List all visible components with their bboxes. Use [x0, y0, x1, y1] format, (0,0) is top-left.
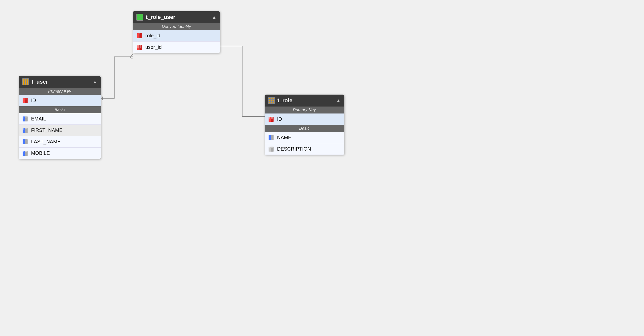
basic-icon-t_user-firstname — [22, 127, 28, 134]
section-header-t_role-pk: Primary Key — [264, 106, 344, 113]
svg-line-1 — [130, 57, 133, 59]
field-row-t_user-email[interactable]: EMAIL — [19, 113, 100, 125]
svg-rect-25 — [137, 46, 139, 47]
svg-rect-56 — [25, 140, 27, 140]
field-name-t_user-email: EMAIL — [31, 116, 46, 122]
basic-icon-t_user-mobile — [22, 150, 28, 156]
field-row-t_user-firstname[interactable]: FIRST_NAME — [19, 125, 100, 136]
basic-icon-t_role-name — [268, 134, 274, 141]
svg-rect-50 — [23, 129, 24, 130]
svg-rect-69 — [269, 118, 270, 119]
svg-rect-33 — [23, 99, 24, 99]
svg-rect-43 — [23, 118, 24, 118]
svg-rect-27 — [137, 47, 139, 48]
table-header-t_role: t_role ▲ — [264, 95, 344, 106]
svg-rect-34 — [25, 99, 27, 99]
field-row-t_role-id[interactable]: ID — [264, 113, 344, 125]
table-t_user[interactable]: t_user ▲ Primary Key ID Basic — [19, 76, 100, 159]
svg-rect-23 — [137, 45, 139, 46]
svg-rect-16 — [140, 35, 141, 35]
table-icon-t_user — [22, 78, 29, 85]
collapse-icon-t_role[interactable]: ▲ — [336, 98, 341, 103]
table-name-t_role: t_role — [278, 97, 292, 104]
svg-rect-75 — [269, 136, 270, 136]
svg-rect-17 — [137, 36, 139, 36]
table-name-t_role_user: t_role_user — [146, 14, 176, 21]
table-name-t_user: t_user — [32, 79, 48, 85]
svg-rect-81 — [269, 147, 270, 147]
field-name-user_id: user_id — [145, 44, 162, 50]
svg-rect-35 — [23, 100, 24, 100]
field-row-t_role-name[interactable]: NAME — [264, 132, 344, 143]
svg-rect-48 — [23, 128, 24, 129]
svg-rect-67 — [269, 117, 270, 118]
table-header-t_user: t_user ▲ — [19, 76, 100, 88]
svg-rect-14 — [140, 34, 141, 34]
section-header-t_user-pk: Primary Key — [19, 88, 100, 95]
svg-rect-18 — [140, 36, 141, 36]
field-name-t_user-firstname: FIRST_NAME — [31, 127, 62, 133]
svg-rect-61 — [23, 151, 24, 152]
svg-rect-36 — [25, 100, 27, 100]
svg-line-0 — [130, 54, 133, 57]
field-row-user_id[interactable]: user_id — [133, 42, 220, 53]
section-header-t_user-basic: Basic — [19, 106, 100, 113]
svg-rect-70 — [271, 118, 273, 119]
field-name-t_role-name: NAME — [277, 135, 292, 140]
pk-icon-t_role-id — [268, 116, 274, 122]
field-name-t_user-id: ID — [31, 98, 36, 103]
section-header-t_role-basic: Basic — [264, 125, 344, 132]
basic-icon-t_user-email — [22, 116, 28, 122]
svg-rect-26 — [140, 46, 141, 47]
field-name-t_user-mobile: MOBILE — [31, 150, 50, 156]
table-t_role[interactable]: t_role ▲ Primary Key ID Basic — [264, 95, 344, 155]
table-icon-t_role_user — [136, 14, 143, 21]
collapse-icon-t_role_user[interactable]: ▲ — [212, 15, 216, 20]
svg-rect-13 — [137, 34, 139, 34]
table-t_role_user[interactable]: t_role_user ▲ Derived Identity — [133, 11, 220, 53]
table-icon-t_role — [268, 97, 275, 104]
svg-rect-62 — [25, 151, 27, 152]
field-name-role_id: role_id — [145, 33, 160, 39]
field-name-t_role-id: ID — [277, 116, 282, 122]
field-name-t_user-lastname: LAST_NAME — [31, 139, 60, 145]
section-header-derived-identity: Derived Identity — [133, 23, 220, 30]
svg-rect-42 — [25, 117, 27, 117]
pk-icon-t_user-id — [22, 97, 28, 104]
field-row-t_user-id[interactable]: ID — [19, 95, 100, 106]
connector-t_role_user-t_user — [100, 54, 133, 100]
svg-rect-15 — [137, 35, 139, 35]
svg-rect-49 — [25, 128, 27, 129]
connector-t_role_user-t_role — [220, 44, 268, 119]
pk-icon-user_id — [136, 44, 143, 51]
basic-icon-t_role-description — [268, 146, 274, 152]
svg-rect-82 — [271, 147, 273, 147]
field-name-t_role-description: DESCRIPTION — [277, 146, 311, 152]
collapse-icon-t_user[interactable]: ▲ — [93, 79, 97, 85]
basic-icon-t_user-lastname — [22, 139, 28, 145]
svg-rect-24 — [140, 45, 141, 46]
svg-rect-68 — [271, 117, 273, 118]
field-row-t_user-mobile[interactable]: MOBILE — [19, 147, 100, 159]
field-row-t_user-lastname[interactable]: LAST_NAME — [19, 136, 100, 147]
svg-rect-55 — [23, 140, 24, 140]
field-row-t_role-description[interactable]: DESCRIPTION — [264, 143, 344, 155]
svg-rect-41 — [23, 117, 24, 117]
connector-lines — [0, 0, 644, 336]
table-header-t_role_user: t_role_user ▲ — [133, 11, 220, 23]
field-row-role_id[interactable]: role_id — [133, 30, 220, 42]
canvas: t_role_user ▲ Derived Identity — [0, 0, 644, 336]
svg-rect-28 — [140, 47, 141, 48]
pk-icon-role_id — [136, 33, 143, 39]
svg-rect-76 — [271, 136, 273, 136]
